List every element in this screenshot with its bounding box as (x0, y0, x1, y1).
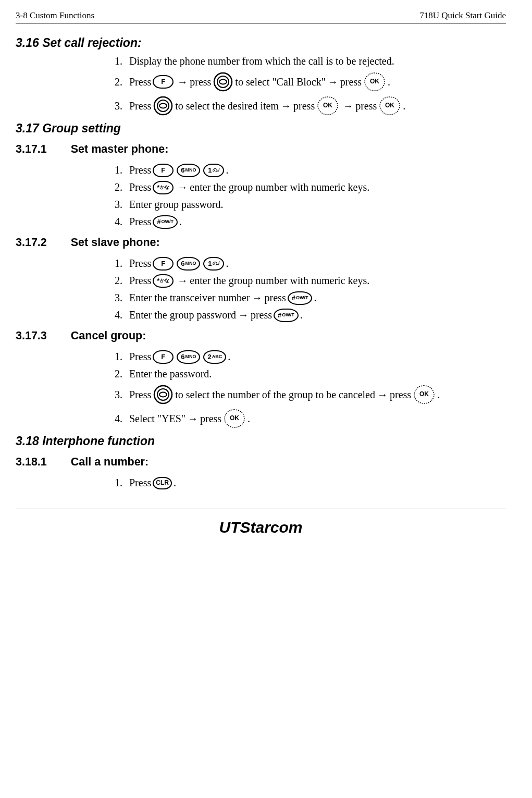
step-number: 4. (115, 308, 129, 322)
list-item: 4. Select "YES" → press OK . (115, 408, 506, 429)
subsection-title: Set master phone: (71, 143, 169, 156)
hash-key-icon: #OW/T (288, 291, 313, 305)
step-text: . (300, 308, 303, 322)
step-text: . (403, 99, 405, 113)
step-text: . (226, 163, 228, 177)
step-number: 1. (115, 54, 129, 68)
step-text: . (179, 215, 182, 229)
step-number: 3. (115, 291, 129, 305)
step-text: press (355, 99, 377, 113)
nav-wheel-icon (213, 71, 233, 92)
arrow-icon: → (377, 388, 388, 402)
arrow-icon: → (328, 75, 338, 89)
subsection-3-17-1: 3.17.1 Set master phone: (16, 143, 506, 156)
step-text: press (293, 99, 315, 113)
star-key-icon: *かな (153, 181, 174, 194)
step-text: Display the phone number from which the … (129, 54, 394, 68)
svg-text:OK: OK (230, 414, 239, 422)
f-key-icon: F (153, 164, 174, 177)
step-text: Press (129, 350, 151, 364)
step-number: 1. (115, 256, 129, 271)
list-item: 3. Enter the transceiver number → press … (115, 291, 506, 305)
hash-key-icon: #OW/T (153, 215, 178, 229)
six-key-icon: 6MNO (177, 350, 200, 364)
step-number: 1. (115, 163, 129, 177)
two-key-icon: 2ABC (203, 350, 226, 364)
subsection-title: Cancel group: (71, 329, 146, 342)
step-text: . (174, 476, 176, 490)
page-header: 3-8 Custom Functions 718U Quick Start Gu… (16, 10, 506, 21)
step-text: Press (129, 163, 151, 177)
list-item: 1. Press F 6MNO 1の./ . (115, 256, 506, 271)
section-3-16-title: 3.16 Set call rejection: (16, 36, 506, 50)
step-text: press (190, 75, 211, 89)
arrow-icon: → (188, 412, 198, 426)
step-text: . (388, 75, 390, 89)
step-text: . (314, 291, 316, 305)
step-text: press (340, 75, 362, 89)
step-number: 4. (115, 215, 129, 229)
f-key-icon: F (153, 350, 174, 364)
svg-text:OK: OK (323, 102, 332, 109)
ok-key-icon: OK (223, 408, 246, 429)
six-key-icon: 6MNO (177, 257, 200, 271)
step-text: Press (129, 180, 151, 194)
arrow-icon: → (252, 291, 263, 305)
clr-key-icon: CLR (153, 477, 172, 489)
step-number: 2. (115, 274, 129, 288)
f-key-icon: F (153, 75, 174, 89)
list-item: 2. Press F → press to select "Call Block… (115, 71, 506, 92)
list-item: 1. Press F 6MNO 2ABC . (115, 350, 506, 364)
subsection-number: 3.17.2 (16, 236, 47, 249)
nav-wheel-icon (153, 384, 174, 405)
list-item: 3. Press to select the number of the gro… (115, 384, 506, 405)
step-text: press (251, 308, 272, 322)
subsection-title: Set slave phone: (71, 236, 160, 249)
svg-text:OK: OK (419, 390, 429, 398)
ok-key-icon: OK (363, 71, 386, 92)
list-item: 4. Enter the group password → press #OW/… (115, 308, 506, 322)
step-text: . (437, 388, 440, 402)
step-number: 2. (115, 367, 129, 381)
step-number: 3. (115, 99, 129, 113)
svg-point-6 (159, 104, 167, 108)
svg-point-2 (219, 80, 227, 84)
step-text: to select the desired item (175, 99, 279, 113)
arrow-icon: → (343, 99, 353, 113)
step-text: Press (129, 256, 151, 271)
step-text: enter the group number with numeric keys… (190, 180, 369, 194)
list-item: 1. Display the phone number from which t… (115, 54, 506, 68)
subsection-number: 3.17.1 (16, 143, 47, 156)
list-item: 1. Press F 6MNO 1の./ . (115, 163, 506, 177)
list-item: 2. Press *かな → enter the group number wi… (115, 274, 506, 288)
step-text: Enter the password. (129, 367, 212, 381)
step-number: 4. (115, 412, 129, 426)
star-key-icon: *かな (153, 274, 174, 288)
step-text: . (226, 256, 228, 271)
svg-text:OK: OK (370, 78, 379, 85)
footer-logo: UTStarcom (16, 519, 506, 536)
header-rule (16, 23, 506, 23)
step-text: to select the number of the group to be … (175, 388, 375, 402)
logo-suffix: Starcom (240, 519, 302, 536)
subsection-3-17-2: 3.17.2 Set slave phone: (16, 236, 506, 249)
section-3-18-title: 3.18 Interphone function (16, 434, 506, 448)
step-text: Press (129, 274, 151, 288)
step-text: press (265, 291, 286, 305)
ok-key-icon: OK (316, 95, 339, 116)
arrow-icon: → (177, 75, 188, 89)
header-right: 718U Quick Start Guide (419, 10, 506, 21)
page: 3-8 Custom Functions 718U Quick Start Gu… (0, 0, 532, 798)
svg-point-11 (159, 392, 167, 397)
step-text: Enter group password. (129, 198, 224, 212)
f-key-icon: F (153, 257, 174, 271)
ok-key-icon: OK (378, 95, 401, 116)
list-item: 4. Press #OW/T . (115, 215, 506, 229)
step-number: 2. (115, 180, 129, 194)
ok-key-icon: OK (413, 384, 436, 405)
hash-key-icon: #OW/T (274, 309, 299, 322)
subsection-number: 3.17.3 (16, 329, 47, 342)
section-3-17-title: 3.17 Group setting (16, 121, 506, 136)
six-key-icon: 6MNO (177, 164, 200, 177)
step-number: 1. (115, 350, 129, 364)
